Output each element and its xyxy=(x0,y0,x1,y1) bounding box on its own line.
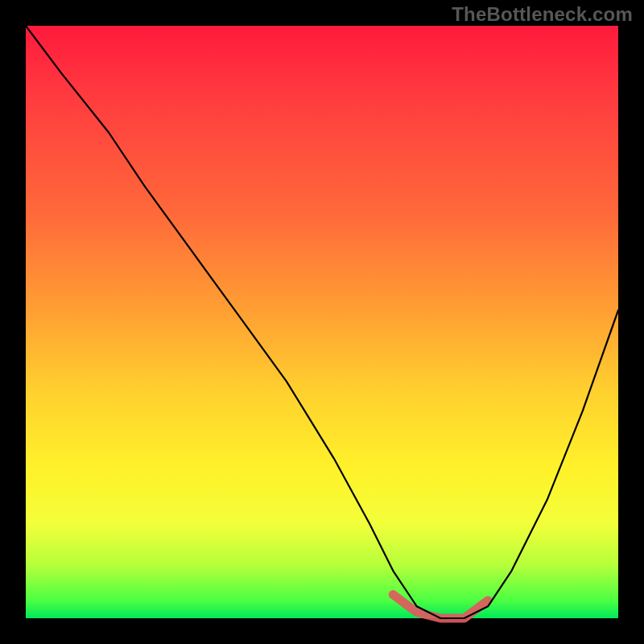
plot-area xyxy=(26,26,618,618)
watermark-text: TheBottleneck.com xyxy=(452,3,633,26)
chart-frame: TheBottleneck.com xyxy=(0,0,644,644)
bottleneck-curve-line xyxy=(26,26,618,618)
curve-svg xyxy=(26,26,618,618)
optimal-zone-highlight xyxy=(393,595,488,618)
